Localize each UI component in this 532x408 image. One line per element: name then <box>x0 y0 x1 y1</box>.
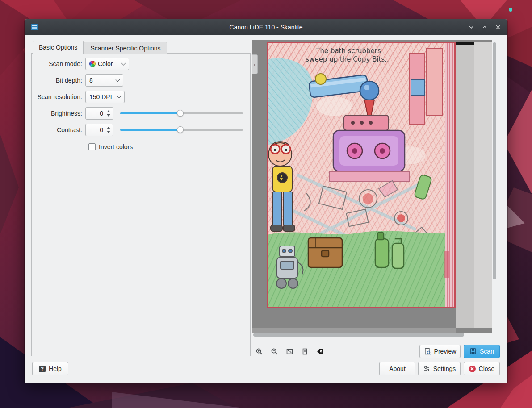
scan-mode-select[interactable]: Color <box>85 58 129 70</box>
basic-options-panel: Scan mode: Color Bit depth: 8 Scan resol… <box>31 53 251 356</box>
splitter-collapse-handle[interactable]: ‹ <box>252 54 258 74</box>
scan-caption-line2: sweep up the Copy Bits... <box>306 55 391 63</box>
chevron-down-icon <box>117 94 121 98</box>
clear-selections-icon <box>316 348 324 355</box>
zoom-original-icon <box>301 348 309 355</box>
settings-button-label: Settings <box>433 365 456 372</box>
maximize-button[interactable] <box>478 21 491 34</box>
resolution-value: 150 DPI <box>89 93 112 100</box>
help-button-label: Help <box>49 365 62 372</box>
chevron-down-icon <box>121 61 126 65</box>
scan-caption-line1: The bath scrubbers <box>315 47 381 55</box>
invert-colors-label: Invert colors <box>99 143 133 150</box>
titlebar[interactable]: Canon LiDE 110 - Skanlite <box>25 19 507 35</box>
scan-mode-label: Scan mode: <box>35 60 85 67</box>
minimize-button[interactable] <box>465 21 478 34</box>
scan-mode-value: Color <box>98 60 113 67</box>
document-preview-icon <box>424 348 431 355</box>
scanner-glass-edge <box>252 328 456 333</box>
chevron-down-icon <box>468 24 475 31</box>
close-window-button[interactable] <box>491 21 505 34</box>
window-title: Canon LiDE 110 - Skanlite <box>25 24 507 31</box>
settings-button[interactable]: Settings <box>418 362 461 375</box>
slider-fill <box>120 112 180 114</box>
slider-fill <box>120 129 180 131</box>
scan-button[interactable]: Scan <box>464 345 500 358</box>
clear-selections-button[interactable] <box>314 346 326 357</box>
help-button[interactable]: ? Help <box>32 362 68 375</box>
brightness-spinbox[interactable]: 0 <box>85 107 113 120</box>
close-button-label: Close <box>479 365 495 372</box>
close-dialog-icon <box>469 366 476 372</box>
scanner-lid-strip <box>474 42 492 328</box>
zoom-out-button[interactable] <box>268 346 280 357</box>
chevron-up-icon <box>481 24 488 31</box>
brightness-slider[interactable] <box>120 109 243 118</box>
preview-button[interactable]: Preview <box>419 345 461 358</box>
bit-depth-value: 8 <box>89 77 93 84</box>
bit-depth-label: Bit depth: <box>35 77 85 84</box>
brightness-row: Brightness: 0 <box>35 107 243 120</box>
tab-scanner-specific-options[interactable]: Scanner Specific Options <box>84 42 167 54</box>
resolution-select[interactable]: 150 DPI <box>85 91 125 103</box>
zoom-in-icon <box>256 348 263 355</box>
tab-basic-options-label: Basic Options <box>39 44 77 51</box>
tab-basic-options[interactable]: Basic Options <box>33 41 84 54</box>
contrast-row: Contrast: 0 <box>35 124 243 136</box>
scan-button-label: Scan <box>480 348 494 355</box>
zoom-in-button[interactable] <box>253 346 265 357</box>
zoom-out-icon <box>271 348 278 355</box>
chevron-left-icon: ‹ <box>254 61 256 68</box>
brightness-label: Brightness: <box>35 110 85 117</box>
preview-button-label: Preview <box>434 348 457 355</box>
contrast-slider[interactable] <box>120 125 243 134</box>
spin-down-icon <box>107 114 110 117</box>
spinbox-arrows[interactable] <box>106 124 111 136</box>
skanlite-window: Canon LiDE 110 - Skanlite Bas <box>25 19 507 383</box>
preview-vertical-scrollbar[interactable] <box>492 40 497 336</box>
options-tabbar: Basic Options Scanner Specific Options <box>33 41 167 54</box>
about-button-label: About <box>389 365 406 372</box>
zoom-original-button[interactable] <box>299 346 310 357</box>
bit-depth-select[interactable]: 8 <box>85 74 123 87</box>
chevron-down-icon <box>116 77 120 82</box>
tab-scanner-specific-label: Scanner Specific Options <box>90 45 160 52</box>
contrast-label: Contrast: <box>35 126 85 133</box>
preview-horizontal-scrollbar[interactable] <box>252 333 492 337</box>
settings-icon <box>423 365 430 372</box>
close-icon <box>494 24 502 31</box>
close-button[interactable]: Close <box>464 362 500 375</box>
invert-colors-row: Invert colors <box>88 141 133 153</box>
zoom-fit-icon <box>286 348 293 355</box>
horizontal-scroll-handle[interactable] <box>253 333 464 337</box>
spin-down-icon <box>107 131 110 133</box>
invert-colors-checkbox[interactable] <box>88 143 96 150</box>
spin-up-icon <box>107 110 110 112</box>
zoom-fit-button[interactable] <box>284 346 295 357</box>
vertical-scroll-handle[interactable] <box>493 42 496 279</box>
help-icon: ? <box>39 366 46 372</box>
bit-depth-row: Bit depth: 8 <box>35 74 123 87</box>
brightness-slider-handle[interactable] <box>177 110 184 117</box>
contrast-spinbox[interactable]: 0 <box>85 124 113 136</box>
resolution-row: Scan resolution: 150 DPI <box>35 91 125 103</box>
scan-mode-row: Scan mode: Color <box>35 58 129 70</box>
scan-preview-viewport[interactable]: The bath scrubbers sweep up the Copy Bit… <box>252 40 492 333</box>
scan-icon <box>469 348 477 355</box>
spinbox-arrows[interactable] <box>106 108 111 119</box>
about-button[interactable]: About <box>379 362 415 375</box>
app-icon <box>30 23 38 31</box>
spin-up-icon <box>107 127 110 129</box>
color-wheel-icon <box>89 61 96 67</box>
scanner-glass-strip <box>456 42 474 328</box>
scanned-image[interactable]: The bath scrubbers sweep up the Copy Bit… <box>267 42 456 308</box>
resolution-label: Scan resolution: <box>35 93 85 100</box>
contrast-slider-handle[interactable] <box>177 126 184 133</box>
scanner-lid-edge <box>456 42 474 45</box>
